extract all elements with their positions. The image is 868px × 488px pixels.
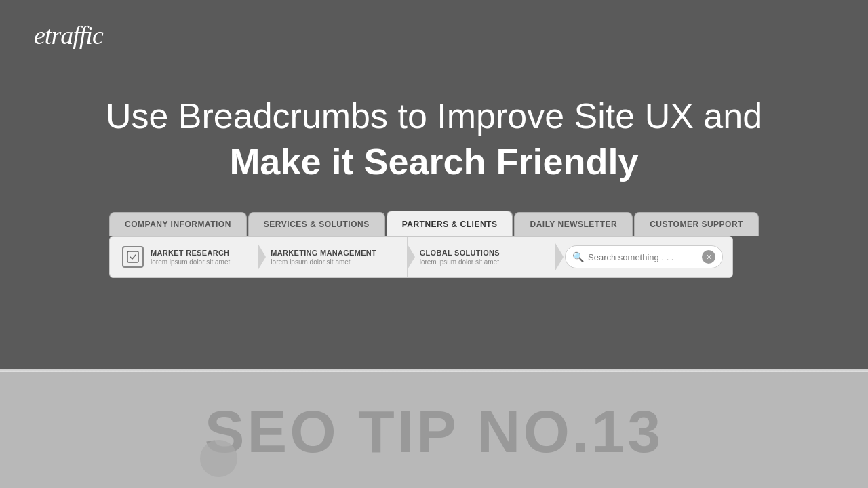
top-section: etraffic Use Breadcrumbs to Improve Site… [0,0,868,369]
global-solutions-text: GLOBAL SOLUTIONS lorem ipsum dolor sit a… [420,249,500,266]
logo: etraffic [34,20,103,50]
decorative-circle [200,440,237,477]
bottom-section: SEO TIP NO.13 [0,372,868,488]
headline-line2: Make it Search Friendly [106,140,762,184]
headline-area: Use Breadcrumbs to Improve Site UX and M… [106,95,762,184]
market-research-icon [122,246,144,268]
tab-services-solutions[interactable]: SERVICES & SOLUTIONS [248,212,385,236]
tab-customer-support[interactable]: CUSTOMER SUPPORT [634,212,759,236]
search-input[interactable] [588,252,702,262]
tab-partners-clients[interactable]: PARTNERS & CLIENTS [387,211,513,236]
logo-text: etraffic [34,21,103,49]
search-area: 🔍 ✕ [555,245,732,268]
tabs-row: COMPANY INFORMATION SERVICES & SOLUTIONS… [109,211,759,236]
svg-rect-0 [127,251,138,262]
nav-breadcrumb-container: COMPANY INFORMATION SERVICES & SOLUTIONS… [109,211,759,278]
search-icon: 🔍 [572,251,584,262]
breadcrumb-item-marketing-management[interactable]: MARKETING MANAGEMENT lorem ipsum dolor s… [258,237,407,277]
breadcrumb-item-market-research[interactable]: MARKET RESEARCH lorem ipsum dolor sit am… [110,237,258,277]
tab-daily-newsletter[interactable]: DAILY NEWSLETTER [514,212,633,236]
market-research-text: MARKET RESEARCH lorem ipsum dolor sit am… [151,249,230,266]
search-box[interactable]: 🔍 ✕ [565,245,723,268]
marketing-management-text: MARKETING MANAGEMENT lorem ipsum dolor s… [271,249,376,266]
breadcrumb-item-global-solutions[interactable]: GLOBAL SOLUTIONS lorem ipsum dolor sit a… [408,237,555,277]
seo-tip-text: SEO TIP NO.13 [205,397,663,466]
search-clear-button[interactable]: ✕ [702,250,715,264]
headline-line1: Use Breadcrumbs to Improve Site UX and [106,95,762,137]
tab-company-information[interactable]: COMPANY INFORMATION [109,212,247,236]
breadcrumb-row: MARKET RESEARCH lorem ipsum dolor sit am… [109,236,733,278]
